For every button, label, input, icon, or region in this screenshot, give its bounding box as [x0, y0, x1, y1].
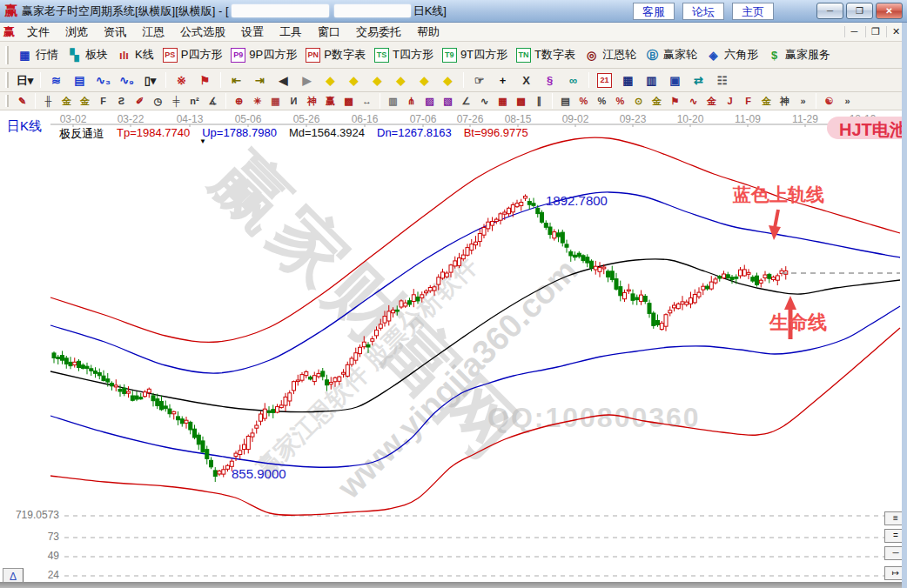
pct-under-button[interactable]: % — [611, 94, 629, 109]
menu-item-浏览[interactable]: 浏览 — [57, 23, 96, 42]
j-angle-button[interactable]: J — [721, 94, 739, 109]
clock-circle-button[interactable]: ◷ — [149, 94, 167, 109]
taichi-button[interactable]: ☯ — [820, 94, 838, 109]
info-note-button[interactable]: ▤ — [68, 72, 91, 89]
menu-item-资讯[interactable]: 资讯 — [96, 23, 134, 42]
k-measure-button[interactable]: И — [285, 94, 303, 109]
knot-tool-button[interactable]: ∞ — [561, 72, 585, 89]
toolbar-grip[interactable] — [5, 95, 9, 107]
homepage-button[interactable]: 主页 — [732, 3, 774, 20]
candle-style-button[interactable]: ▯▾ — [138, 72, 162, 89]
9t-square-button[interactable]: T99T四方形 — [438, 46, 512, 63]
red-grid-button[interactable]: ▦ — [494, 94, 512, 109]
xa-tool-button[interactable]: X — [514, 72, 538, 89]
9p-square-button[interactable]: P99P四方形 — [226, 46, 301, 63]
web-grid-button[interactable]: ▦ — [266, 94, 285, 109]
red-grid-2-button[interactable]: ▩ — [512, 94, 530, 109]
wave-tool-button[interactable]: ∿ — [475, 94, 494, 109]
diamond-center-button[interactable]: ◆ — [389, 72, 413, 89]
pen-button[interactable]: ✎ — [13, 94, 31, 109]
kline-button[interactable]: ılıK线 — [112, 46, 158, 63]
first-bar-button[interactable]: ⇤ — [225, 72, 248, 89]
toolbar-grip[interactable] — [5, 72, 9, 88]
crosshair-button[interactable]: + — [491, 72, 514, 89]
prev-bar-button[interactable]: ◀ — [272, 72, 295, 89]
winner-wheel-button[interactable]: Ⓑ赢家轮 — [641, 46, 702, 63]
child-close-button[interactable]: ✕ — [886, 26, 900, 37]
calculator-button[interactable]: ▦ — [616, 72, 640, 89]
spiral-button[interactable]: Ƨ — [112, 94, 131, 109]
diamond-both-button[interactable]: ◆ — [366, 72, 389, 89]
menu-item-帮助[interactable]: 帮助 — [409, 23, 447, 42]
menu-item-文件[interactable]: 文件 — [19, 23, 57, 42]
ribbon-tool-button[interactable]: § — [538, 72, 561, 89]
child-minimize-button[interactable]: ─ — [844, 26, 858, 37]
hatch-square-button[interactable]: ▧ — [439, 94, 457, 109]
god-grid-button[interactable]: 神 — [303, 94, 321, 109]
wave-3-button[interactable]: ∿₃ — [91, 72, 115, 89]
p-square-button[interactable]: PSP四方形 — [158, 46, 227, 63]
child-restore-button[interactable]: ❐ — [865, 26, 879, 37]
slash-lines-button[interactable]: ∥ — [530, 94, 548, 109]
gann-grid-button[interactable]: ╫ — [39, 94, 57, 109]
hand-tool-button[interactable]: ☞ — [467, 72, 491, 89]
pct-button[interactable]: % — [593, 94, 611, 109]
more-tools-button[interactable]: » — [794, 94, 812, 109]
minimize-button[interactable]: ─ — [816, 3, 843, 19]
period-day-button[interactable]: 日▾ — [13, 72, 37, 89]
pattern-red-button[interactable]: ※ — [170, 72, 193, 89]
n-square-button[interactable]: n² — [185, 94, 204, 109]
maximize-button[interactable]: ❐ — [846, 3, 873, 19]
sectors-button[interactable]: ▚板块 — [63, 46, 112, 63]
menu-item-设置[interactable]: 设置 — [233, 23, 272, 42]
printer-button[interactable]: ☷ — [710, 72, 734, 89]
hexagon-button[interactable]: ◈六角形 — [702, 46, 763, 63]
net-export-button[interactable]: ⇄ — [687, 72, 710, 89]
close-button[interactable]: ✕ — [876, 3, 903, 19]
wave-angle-button[interactable]: ∿ — [684, 94, 702, 109]
price-scale-button[interactable]: ▤ — [556, 94, 574, 109]
flag-marker-button[interactable]: ⚑ — [193, 72, 217, 89]
angle-line-button[interactable]: ∡ — [204, 94, 222, 109]
diamond-left-button[interactable]: ◆ — [319, 72, 342, 89]
god-lines-button[interactable]: 神 — [776, 94, 794, 109]
circle-cross-button[interactable]: ⊕ — [230, 94, 248, 109]
ink-flag-button[interactable]: ⚑ — [666, 94, 684, 109]
diamond-star-button[interactable]: ◆ — [436, 72, 460, 89]
diamond-cross-button[interactable]: ◆ — [413, 72, 436, 89]
gann-wheel-button[interactable]: ◎江恩轮 — [580, 46, 641, 63]
tick-grid-button[interactable]: ▩ — [339, 94, 358, 109]
report-doc-button[interactable]: ▥ — [640, 72, 663, 89]
comb-grid-button[interactable]: ╪ — [167, 94, 185, 109]
gold-under-button[interactable]: 金 — [648, 94, 666, 109]
diamond-right-button[interactable]: ◆ — [342, 72, 366, 89]
toolbar-grip[interactable] — [5, 46, 9, 64]
gold-grid-button[interactable]: 金 — [57, 94, 76, 109]
rays-fan-button[interactable]: ⋔ — [402, 94, 420, 109]
menu-item-工具[interactable]: 工具 — [272, 23, 310, 42]
gold-circle-button[interactable]: ⊙ — [629, 94, 648, 109]
pct-channel-button[interactable]: % — [574, 94, 593, 109]
menu-item-窗口[interactable]: 窗口 — [310, 23, 348, 42]
horizontal-scrollbar[interactable] — [0, 582, 902, 588]
span-measure-button[interactable]: ↔ — [358, 94, 376, 109]
quotes-button[interactable]: ▦行情 — [13, 46, 63, 63]
t-square-button[interactable]: TST四方形 — [370, 46, 438, 63]
last-bar-button[interactable]: ⇥ — [248, 72, 272, 89]
wave-chart-button[interactable]: ≋ — [44, 72, 68, 89]
next-bar-button[interactable]: ▶ — [295, 72, 319, 89]
more-2-button[interactable]: » — [838, 94, 857, 109]
menu-item-交易委托[interactable]: 交易委托 — [348, 23, 409, 42]
gold-grid-2-button[interactable]: 金 — [76, 94, 94, 109]
wave-9-button[interactable]: ∿₉ — [115, 72, 138, 89]
f-grid-button[interactable]: F — [94, 94, 112, 109]
angle-tool-button[interactable]: ∠ — [457, 94, 475, 109]
pen-grid-button[interactable]: ✐ — [131, 94, 149, 109]
f-angle-button[interactable]: F — [739, 94, 757, 109]
gold-angle-button[interactable]: 金 — [757, 94, 776, 109]
win-grid-button[interactable]: 赢 — [321, 94, 339, 109]
t-digit-table-button[interactable]: TNT数字表 — [512, 46, 580, 63]
customer-service-button[interactable]: 客服 — [633, 3, 675, 20]
menu-item-公式选股[interactable]: 公式选股 — [172, 23, 233, 42]
shade-square-button[interactable]: ▨ — [420, 94, 439, 109]
